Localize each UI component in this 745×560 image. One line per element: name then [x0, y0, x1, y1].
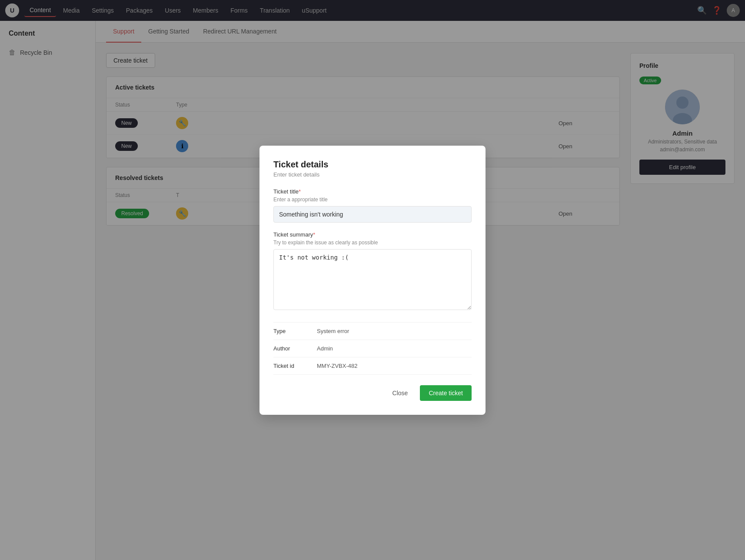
- meta-type-label: Type: [273, 328, 317, 334]
- modal-submit-button[interactable]: Create ticket: [420, 385, 472, 401]
- meta-row-author: Author Admin: [273, 340, 472, 357]
- ticket-title-input[interactable]: [273, 206, 472, 223]
- meta-type-value: System error: [317, 328, 349, 334]
- modal-title: Ticket details: [273, 160, 472, 170]
- meta-author-label: Author: [273, 345, 317, 352]
- ticket-title-hint: Enter a appropriate title: [273, 197, 472, 203]
- meta-row-type: Type System error: [273, 322, 472, 340]
- ticket-summary-hint: Try to explain the issue as clearly as p…: [273, 240, 472, 246]
- modal-actions: Close Create ticket: [273, 385, 472, 401]
- meta-row-ticket-id: Ticket id MMY-ZVBX-482: [273, 357, 472, 375]
- ticket-summary-label: Ticket summary*: [273, 231, 472, 238]
- ticket-title-label: Ticket title*: [273, 188, 472, 195]
- modal-overlay[interactable]: Ticket details Enter ticket details Tick…: [0, 0, 745, 560]
- ticket-details-modal: Ticket details Enter ticket details Tick…: [259, 146, 486, 415]
- meta-ticket-id-label: Ticket id: [273, 363, 317, 369]
- meta-ticket-id-value: MMY-ZVBX-482: [317, 363, 357, 369]
- ticket-summary-textarea[interactable]: [273, 249, 472, 310]
- modal-meta: Type System error Author Admin Ticket id…: [273, 322, 472, 375]
- meta-author-value: Admin: [317, 345, 333, 352]
- modal-subtitle: Enter ticket details: [273, 171, 472, 178]
- modal-close-button[interactable]: Close: [386, 386, 415, 400]
